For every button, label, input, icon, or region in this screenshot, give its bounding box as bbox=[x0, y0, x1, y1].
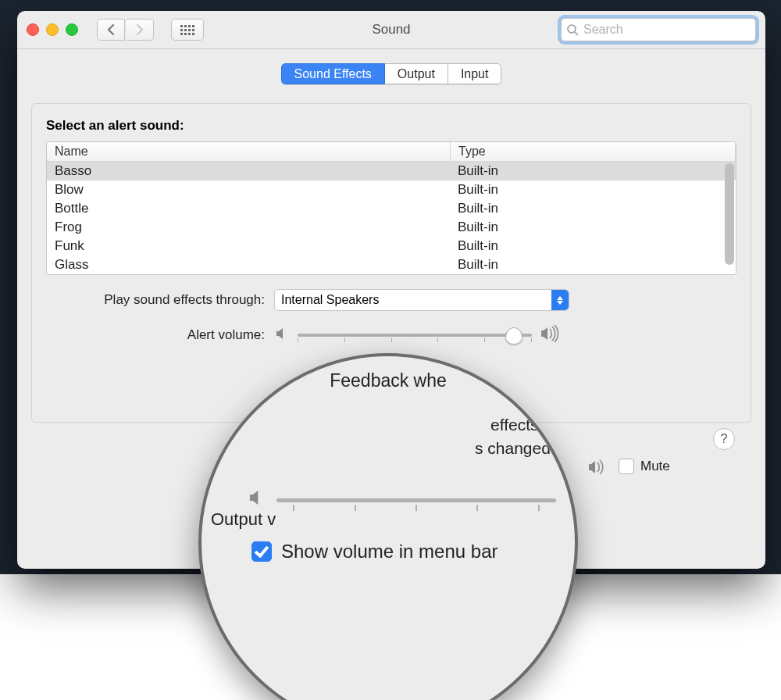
mute-checkbox[interactable] bbox=[619, 459, 634, 474]
speaker-high-icon bbox=[540, 325, 562, 345]
forward-button[interactable] bbox=[127, 19, 154, 41]
zoom-button[interactable] bbox=[66, 23, 78, 36]
output-volume-slider[interactable] bbox=[276, 491, 556, 509]
tab-input[interactable]: Input bbox=[448, 63, 502, 84]
effects-text-partial: effects bbox=[350, 416, 551, 434]
play-through-value: Internal Speakers bbox=[281, 293, 379, 307]
play-through-select[interactable]: Internal Speakers bbox=[274, 289, 569, 311]
show-volume-checkbox[interactable] bbox=[251, 541, 272, 562]
svg-line-1 bbox=[575, 32, 578, 35]
alert-volume-slider[interactable] bbox=[298, 327, 532, 343]
show-volume-row: Show volume in menu bar bbox=[251, 541, 497, 562]
mute-label: Mute bbox=[640, 459, 670, 474]
search-input[interactable] bbox=[582, 22, 751, 38]
column-header-name[interactable]: Name bbox=[47, 142, 451, 161]
search-field[interactable] bbox=[561, 18, 756, 41]
table-row[interactable]: Glass Built-in bbox=[47, 255, 736, 274]
table-row[interactable]: Frog Built-in bbox=[47, 218, 736, 237]
nav-buttons bbox=[97, 19, 154, 41]
tab-group: Sound Effects Output Input bbox=[281, 63, 502, 84]
speaker-low-icon bbox=[247, 488, 267, 512]
tab-sound-effects[interactable]: Sound Effects bbox=[281, 63, 385, 84]
play-through-label: Play sound effects through: bbox=[46, 292, 274, 308]
grid-icon bbox=[180, 25, 194, 35]
output-volume-label: Output v bbox=[211, 509, 276, 530]
speaker-low-icon bbox=[274, 326, 290, 345]
show-volume-label: Show volume in menu bar bbox=[281, 541, 497, 562]
alert-sounds-table: Name Type Basso Built-in Blow Built-in B… bbox=[46, 141, 736, 275]
minimize-button[interactable] bbox=[46, 23, 59, 36]
column-header-type[interactable]: Type bbox=[451, 142, 736, 161]
window-controls bbox=[27, 23, 78, 36]
table-row[interactable]: Bottle Built-in bbox=[47, 199, 736, 218]
help-button[interactable]: ? bbox=[713, 428, 735, 450]
alert-sound-heading: Select an alert sound: bbox=[46, 118, 736, 134]
alert-volume-label: Alert volume: bbox=[46, 327, 274, 343]
alert-sounds-list: Basso Built-in Blow Built-in Bottle Buil… bbox=[47, 162, 736, 274]
table-row[interactable]: Basso Built-in bbox=[47, 162, 736, 180]
svg-point-0 bbox=[568, 25, 576, 33]
search-icon bbox=[566, 23, 579, 36]
back-button[interactable] bbox=[97, 19, 125, 41]
changed-text-partial: s changed bbox=[350, 439, 551, 458]
speaker-high-icon bbox=[587, 459, 609, 479]
table-row[interactable]: Funk Built-in bbox=[47, 237, 736, 255]
titlebar: Sound bbox=[17, 11, 765, 49]
table-row[interactable]: Blow Built-in bbox=[47, 180, 736, 199]
scrollbar[interactable] bbox=[725, 163, 734, 265]
close-button[interactable] bbox=[27, 23, 39, 36]
chevron-updown-icon bbox=[551, 290, 569, 310]
tab-output[interactable]: Output bbox=[385, 63, 448, 84]
show-all-button[interactable] bbox=[171, 19, 204, 41]
